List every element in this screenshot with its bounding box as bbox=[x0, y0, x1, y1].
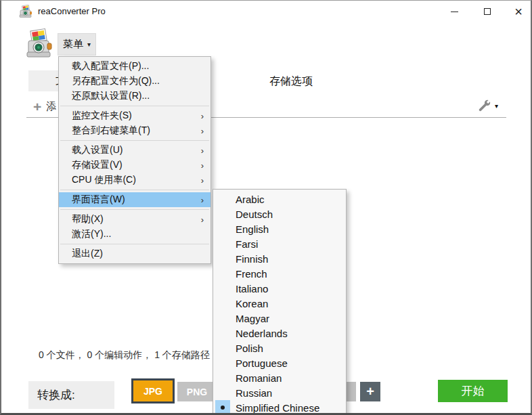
menu-separator bbox=[60, 190, 209, 190]
submenu-arrow-icon: › bbox=[201, 146, 204, 156]
tab-storage-options-label: 存储选项 bbox=[269, 75, 313, 87]
submenu-arrow-icon: › bbox=[201, 215, 204, 225]
maximize-icon bbox=[484, 8, 491, 15]
format-button-png[interactable]: PNG bbox=[177, 382, 217, 401]
tab-storage-options[interactable]: 存储选项 bbox=[269, 74, 313, 89]
menu-item-activate[interactable]: 激活(Y)... bbox=[59, 227, 210, 242]
window-title: reaConverter Pro bbox=[38, 6, 106, 16]
start-button[interactable]: 开始 bbox=[438, 380, 508, 402]
language-item-finnish[interactable]: Finnish bbox=[213, 251, 346, 266]
plus-icon: + bbox=[33, 101, 41, 113]
maximize-button[interactable] bbox=[474, 1, 500, 22]
submenu-arrow-icon: › bbox=[201, 175, 204, 185]
app-logo-icon bbox=[26, 28, 53, 60]
language-item-english[interactable]: English bbox=[213, 221, 346, 236]
format-button-jpg[interactable]: JPG bbox=[131, 378, 175, 403]
status-summary: 0 个文件， 0 个编辑动作， 1 个存储路径 bbox=[39, 349, 210, 362]
menu-item-context-menu-integration[interactable]: 整合到右键菜单(T)› bbox=[59, 123, 210, 138]
radio-dot-icon bbox=[221, 406, 225, 410]
submenu-arrow-icon: › bbox=[201, 160, 204, 171]
app-window: reaConverter Pro × 菜单 ▾ 文 存储选项 + 添 ▾ bbox=[0, 0, 532, 415]
menu-item-cpu-usage[interactable]: CPU 使用率(C)› bbox=[59, 173, 210, 188]
menu-button[interactable]: 菜单 ▾ bbox=[58, 33, 96, 56]
menu-button-label: 菜单 bbox=[63, 38, 83, 51]
menu-item-help[interactable]: 帮助(X)› bbox=[59, 212, 210, 227]
language-item-french[interactable]: French bbox=[213, 266, 346, 281]
selected-language-marker bbox=[215, 400, 230, 415]
menu-separator bbox=[60, 209, 209, 210]
chevron-down-icon: ▾ bbox=[495, 102, 498, 110]
minimize-icon bbox=[451, 12, 458, 12]
submenu-arrow-icon: › bbox=[201, 111, 204, 121]
language-item-magyar[interactable]: Magyar bbox=[213, 311, 346, 326]
convert-to-label: 转换成: bbox=[28, 381, 114, 409]
menu-item-restore-defaults[interactable]: 还原默认设置(R)... bbox=[59, 89, 210, 104]
menu-item-load-config[interactable]: 载入配置文件(P)... bbox=[59, 59, 210, 74]
wrench-icon bbox=[476, 98, 491, 113]
submenu-arrow-icon: › bbox=[201, 126, 204, 136]
menu-item-save-settings[interactable]: 存储设置(V)› bbox=[59, 158, 210, 173]
add-files-button[interactable]: + 添 bbox=[33, 100, 56, 113]
menu-separator bbox=[60, 244, 209, 244]
menu-item-save-config-as[interactable]: 另存配置文件为(Q)... bbox=[59, 74, 210, 89]
submenu-arrow-icon: › bbox=[201, 195, 204, 205]
add-files-label: 添 bbox=[46, 100, 56, 113]
plus-icon: + bbox=[366, 384, 374, 399]
close-button[interactable]: × bbox=[506, 1, 531, 22]
settings-dropdown-button[interactable]: ▾ bbox=[476, 98, 498, 113]
menu-item-load-settings[interactable]: 载入设置(U)› bbox=[59, 143, 210, 158]
language-item-korean[interactable]: Korean bbox=[213, 296, 346, 311]
minimize-button[interactable] bbox=[441, 1, 467, 22]
language-item-polish[interactable]: Polish bbox=[213, 341, 346, 355]
language-item-deutsch[interactable]: Deutsch bbox=[213, 206, 346, 221]
add-format-button[interactable]: + bbox=[360, 382, 380, 401]
language-item-russian[interactable]: Russian bbox=[213, 385, 346, 400]
menu-item-exit[interactable]: 退出(Z) bbox=[59, 246, 210, 261]
language-item-arabic[interactable]: Arabic bbox=[213, 192, 346, 206]
language-item-simplified-chinese[interactable]: Simplified Chinese bbox=[213, 400, 346, 415]
menu-separator bbox=[60, 140, 209, 141]
language-item-romanian[interactable]: Romanian bbox=[213, 370, 346, 385]
menu-item-watch-folders[interactable]: 监控文件夹(S)› bbox=[59, 108, 210, 123]
language-item-farsi[interactable]: Farsi bbox=[213, 236, 346, 251]
menu-separator bbox=[60, 106, 209, 106]
language-submenu-popup: Arabic Deutsch English Farsi Finnish Fre… bbox=[213, 189, 347, 415]
language-item-italiano[interactable]: Italiano bbox=[213, 281, 346, 296]
language-item-nederlands[interactable]: Nederlands bbox=[213, 326, 346, 341]
main-menu-popup: 载入配置文件(P)... 另存配置文件为(Q)... 还原默认设置(R)... … bbox=[58, 56, 211, 264]
chevron-down-icon: ▾ bbox=[87, 41, 91, 48]
menu-item-interface-language[interactable]: 界面语言(W)› bbox=[59, 192, 210, 207]
app-icon bbox=[19, 5, 32, 18]
language-item-portuguese[interactable]: Portuguese bbox=[213, 355, 346, 370]
title-bar: reaConverter Pro × bbox=[1, 1, 531, 22]
close-icon: × bbox=[514, 4, 523, 20]
